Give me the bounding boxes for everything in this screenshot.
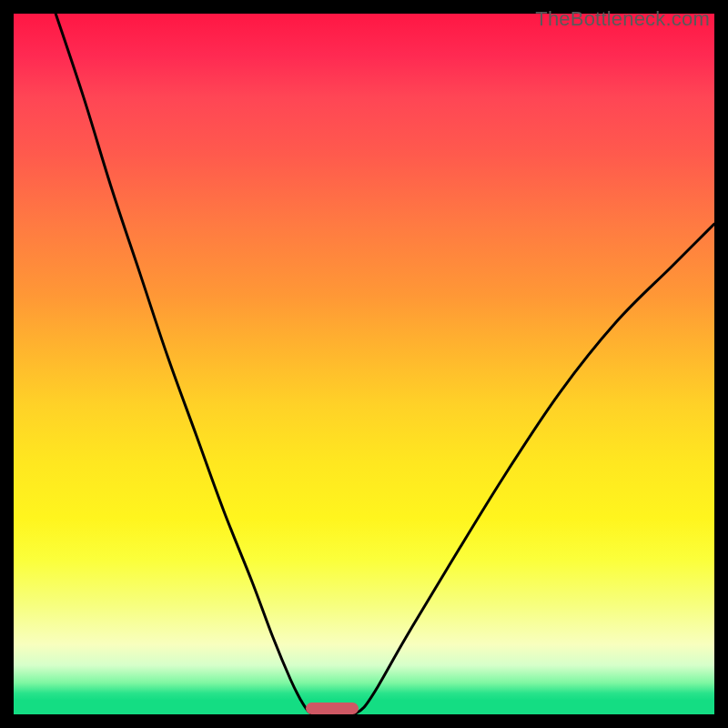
curve-right-branch [353, 224, 714, 714]
curve-left-branch [56, 14, 313, 714]
optimal-marker [306, 703, 359, 714]
bottleneck-curve [14, 14, 714, 714]
watermark-text: TheBottleneck.com [535, 7, 710, 31]
